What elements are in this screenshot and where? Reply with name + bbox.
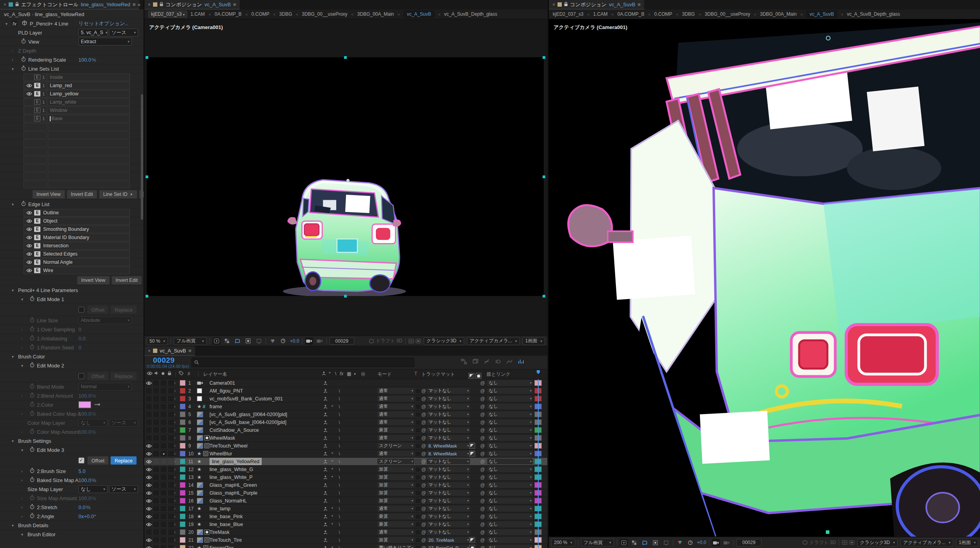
quality-toggle[interactable]: \ <box>336 514 343 519</box>
layer-row[interactable]: ›1Camera001@なし▾ <box>144 379 547 387</box>
param-value[interactable]: 0 <box>78 345 81 351</box>
comp-nav-item[interactable]: vc_A_SuvB <box>807 11 837 18</box>
graph-editor-icon[interactable] <box>506 359 512 364</box>
comp-nav-item[interactable]: 3DBG_00__useProxy <box>705 11 750 17</box>
solo-column-icon[interactable] <box>162 372 164 375</box>
edit-badge[interactable]: E <box>34 75 40 80</box>
parent-select[interactable]: なし▾ <box>487 435 533 441</box>
layer-audio-toggle[interactable] <box>153 474 160 480</box>
expander-icon[interactable]: ▾ <box>12 354 14 359</box>
track-matte-select[interactable]: マットなし▾ <box>427 506 470 511</box>
collapse-toggle[interactable]: * <box>329 451 336 456</box>
track-matte-select[interactable]: マットなし▾ <box>427 498 470 504</box>
shy-column-icon[interactable] <box>322 371 326 377</box>
preserve-transparency-toggle[interactable] <box>415 404 421 409</box>
expander-icon[interactable]: › <box>21 412 22 416</box>
layer-solo-toggle[interactable] <box>160 466 167 473</box>
quality-column-icon[interactable]: \ <box>335 371 336 376</box>
empty-cell[interactable] <box>48 148 130 155</box>
parent-select[interactable]: なし▾ <box>487 513 533 519</box>
dropdown[interactable]: ソース▾ <box>109 485 138 493</box>
quality-toggle[interactable]: \ <box>336 428 343 433</box>
tab-overflow-icon[interactable]: » <box>138 2 140 7</box>
layer-audio-toggle[interactable] <box>153 403 160 410</box>
layer-name[interactable]: line_glass_YellowRed <box>209 458 262 465</box>
layer-solo-toggle[interactable] <box>160 537 167 543</box>
comp-nav-item[interactable]: 0.COMP <box>654 11 672 17</box>
layer-name[interactable]: WheelBlur <box>209 450 232 457</box>
line-set-item[interactable]: E1Inside <box>24 73 130 81</box>
layer-expander-icon[interactable]: › <box>174 466 175 473</box>
stopwatch-icon[interactable] <box>30 477 35 484</box>
layer-expander-icon[interactable]: › <box>174 450 175 457</box>
current-time-indicator-head[interactable] <box>537 370 540 374</box>
matte-pickwhip-icon[interactable]: @ <box>421 506 426 511</box>
expander-icon[interactable]: ▾ <box>5 22 7 26</box>
replace-button[interactable]: Replace <box>110 372 137 381</box>
preserve-transparency-toggle[interactable] <box>415 435 421 441</box>
parent-pickwhip-icon[interactable]: @ <box>480 387 485 395</box>
comp-nav-item[interactable]: 3DBG_00__useProxy <box>302 11 348 17</box>
layer-name[interactable]: TireTouch_Tire <box>209 536 242 544</box>
invert-view-button[interactable]: Invert View <box>77 276 110 285</box>
layer-lock-toggle[interactable] <box>168 537 175 543</box>
parent-select[interactable]: なし▾ <box>487 529 533 535</box>
track-matte-select[interactable]: 20. TireMask▾ <box>427 537 470 543</box>
channel-select-icon[interactable] <box>676 539 684 546</box>
track-matte-select[interactable]: マットなし▾ <box>427 419 470 425</box>
layer-expander-icon[interactable]: › <box>174 489 175 497</box>
layer-audio-toggle[interactable] <box>153 419 160 426</box>
invert-edit-button[interactable]: Invert Edit <box>67 190 97 199</box>
layer-audio-toggle[interactable] <box>153 482 160 488</box>
layer-row[interactable]: ›16Glass_NormalHL\加算▾@マットなし▾@なし▾ <box>144 497 547 505</box>
shy-toggle[interactable] <box>322 459 329 464</box>
visibility-eye-icon[interactable] <box>24 227 34 231</box>
layer-row[interactable]: ›22★FresnelTex*\覆い焼きリニア▾@27. BaseCol_P▾@… <box>144 544 547 548</box>
layer-solo-toggle[interactable] <box>160 513 167 520</box>
expander-icon[interactable]: › <box>21 514 22 519</box>
layer-eye-toggle[interactable] <box>145 442 152 449</box>
comp-nav-item[interactable]: 0.COMP <box>251 11 270 17</box>
parent-select[interactable]: なし▾ <box>487 427 533 433</box>
offset-button[interactable]: Offset <box>87 456 109 465</box>
layer-row[interactable]: ›18★line_base_Pink*\乗算▾@マットなし▾@なし▾ <box>144 513 547 521</box>
layer-solo-toggle[interactable] <box>160 497 167 504</box>
view-count-select[interactable]: 1画面▾ <box>956 539 978 546</box>
edit-mode-checkbox[interactable] <box>78 307 84 313</box>
visibility-eye-icon[interactable] <box>24 84 34 88</box>
dropdown[interactable]: Absolute▾ <box>78 316 132 324</box>
layer-expander-icon[interactable]: › <box>174 387 175 395</box>
edge-item[interactable]: EIntersection <box>24 242 130 250</box>
shy-toggle[interactable] <box>322 451 329 456</box>
track-matte-select[interactable]: マットなし▾ <box>427 411 470 417</box>
track-matte-select[interactable]: マットなし▾ <box>427 396 470 402</box>
comp-nav-item[interactable]: 3DBG <box>682 11 695 17</box>
layer-solo-toggle[interactable] <box>160 411 167 418</box>
shy-toggle[interactable] <box>322 396 329 401</box>
layer-eye-toggle[interactable] <box>145 403 152 410</box>
layer-lock-toggle[interactable] <box>168 427 175 433</box>
blend-mode-select[interactable]: 加算▾ <box>377 482 414 488</box>
layer-audio-toggle[interactable] <box>153 411 160 418</box>
layer-name[interactable]: Glass_NormalHL <box>209 497 247 504</box>
empty-cell[interactable] <box>24 139 47 147</box>
shy-toggle[interactable] <box>322 412 329 417</box>
blend-mode-select[interactable]: 通常▾ <box>377 411 414 417</box>
expander-icon[interactable]: ▾ <box>21 448 23 452</box>
layer-label-color[interactable] <box>180 427 186 433</box>
shy-toggle[interactable] <box>322 436 329 440</box>
exposure-icon[interactable] <box>687 539 694 546</box>
expander-icon[interactable]: ▾ <box>12 67 14 71</box>
line-set-item[interactable]: E1Base <box>24 115 130 122</box>
preserve-transparency-toggle[interactable] <box>415 530 421 535</box>
expander-icon[interactable]: › <box>21 478 22 482</box>
collapse-toggle[interactable]: * <box>329 546 336 548</box>
parent-pickwhip-icon[interactable]: @ <box>480 481 485 489</box>
layer-eye-toggle[interactable] <box>145 474 152 480</box>
edit-badge[interactable]: E <box>34 99 40 105</box>
shy-toggle[interactable] <box>322 499 329 503</box>
timeline-search-input[interactable] <box>191 358 414 367</box>
layer-solo-toggle[interactable] <box>160 529 167 535</box>
layer-eye-toggle[interactable] <box>145 497 152 504</box>
matte-type-icon[interactable] <box>469 443 475 449</box>
